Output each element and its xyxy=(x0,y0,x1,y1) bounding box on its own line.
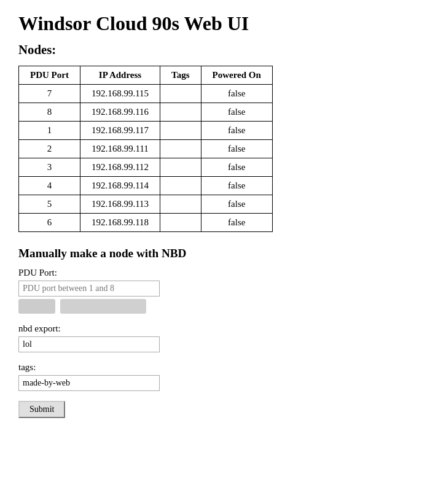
nbd-export-group: nbd export: xyxy=(18,324,412,352)
nbd-export-input[interactable] xyxy=(18,336,160,352)
cell-pdu-port: 3 xyxy=(19,158,80,177)
pdu-port-label: PDU Port: xyxy=(18,268,412,278)
cell-powered-on: false xyxy=(201,214,272,232)
table-row: 5192.168.99.113false xyxy=(19,195,273,214)
cell-ip-address: 192.168.99.113 xyxy=(80,195,160,214)
manual-section: Manually make a node with NBD PDU Port: … xyxy=(18,247,412,418)
cell-ip-address: 192.168.99.112 xyxy=(80,158,160,177)
cell-ip-address: 192.168.99.114 xyxy=(80,177,160,195)
col-header-ip-address: IP Address xyxy=(80,66,160,85)
cell-tags xyxy=(160,177,201,195)
table-row: 3192.168.99.112false xyxy=(19,158,273,177)
file-inputs-area xyxy=(18,299,412,314)
tags-label: tags: xyxy=(18,362,412,373)
table-row: 7192.168.99.115false xyxy=(19,85,273,103)
submit-button[interactable]: Submit xyxy=(18,401,65,418)
col-header-powered-on: Powered On xyxy=(201,66,272,85)
cell-ip-address: 192.168.99.115 xyxy=(80,85,160,103)
page-title: Windsor Cloud 90s Web UI xyxy=(18,12,412,35)
table-row: 4192.168.99.114false xyxy=(19,177,273,195)
cell-powered-on: false xyxy=(201,103,272,122)
cell-tags xyxy=(160,103,201,122)
cell-pdu-port: 6 xyxy=(19,214,80,232)
cell-pdu-port: 1 xyxy=(19,122,80,140)
cell-powered-on: false xyxy=(201,177,272,195)
cell-ip-address: 192.168.99.116 xyxy=(80,103,160,122)
cell-powered-on: false xyxy=(201,195,272,214)
cell-powered-on: false xyxy=(201,140,272,158)
file-input-box-1 xyxy=(18,299,55,314)
table-row: 6192.168.99.118false xyxy=(19,214,273,232)
pdu-port-input[interactable] xyxy=(18,281,160,297)
nbd-export-label: nbd export: xyxy=(18,324,412,334)
cell-tags xyxy=(160,122,201,140)
col-header-tags: Tags xyxy=(160,66,201,85)
nodes-section: Nodes: PDU Port IP Address Tags Powered … xyxy=(18,42,412,232)
cell-ip-address: 192.168.99.118 xyxy=(80,214,160,232)
cell-pdu-port: 8 xyxy=(19,103,80,122)
tags-input[interactable] xyxy=(18,375,160,391)
nodes-table: PDU Port IP Address Tags Powered On 7192… xyxy=(18,66,273,232)
cell-tags xyxy=(160,158,201,177)
cell-tags xyxy=(160,85,201,103)
cell-powered-on: false xyxy=(201,122,272,140)
tags-group: tags: xyxy=(18,362,412,391)
col-header-pdu-port: PDU Port xyxy=(19,66,80,85)
table-row: 8192.168.99.116false xyxy=(19,103,273,122)
cell-tags xyxy=(160,195,201,214)
file-input-text xyxy=(60,299,146,314)
cell-powered-on: false xyxy=(201,158,272,177)
manual-heading: Manually make a node with NBD xyxy=(18,247,412,260)
table-header-row: PDU Port IP Address Tags Powered On xyxy=(19,66,273,85)
cell-powered-on: false xyxy=(201,85,272,103)
table-body: 7192.168.99.115false8192.168.99.116false… xyxy=(19,85,273,232)
cell-tags xyxy=(160,140,201,158)
cell-pdu-port: 2 xyxy=(19,140,80,158)
table-row: 1192.168.99.117false xyxy=(19,122,273,140)
table-row: 2192.168.99.111false xyxy=(19,140,273,158)
submit-group: Submit xyxy=(18,401,412,418)
cell-pdu-port: 7 xyxy=(19,85,80,103)
cell-ip-address: 192.168.99.117 xyxy=(80,122,160,140)
nodes-heading: Nodes: xyxy=(18,42,412,57)
pdu-port-group: PDU Port: xyxy=(18,268,412,314)
cell-ip-address: 192.168.99.111 xyxy=(80,140,160,158)
cell-pdu-port: 5 xyxy=(19,195,80,214)
cell-tags xyxy=(160,214,201,232)
cell-pdu-port: 4 xyxy=(19,177,80,195)
